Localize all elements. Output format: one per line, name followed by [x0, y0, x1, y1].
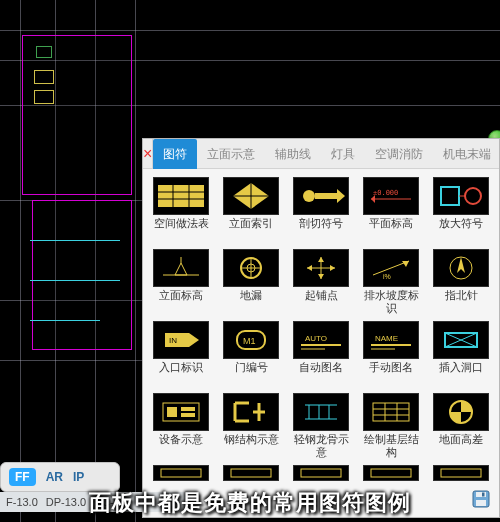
symbol-item[interactable]: 放大符号: [427, 175, 495, 245]
save-icon[interactable]: [470, 488, 492, 510]
symbol-icon: [223, 465, 279, 481]
svg-point-15: [465, 188, 481, 204]
symbol-label: 手动图名: [369, 361, 413, 387]
symbol-item[interactable]: 剖切符号: [287, 175, 355, 245]
symbol-item[interactable]: 设备示意: [147, 391, 215, 461]
symbol-item[interactable]: ±0.000平面标高: [357, 175, 425, 245]
symbol-label: 门编号: [235, 361, 268, 387]
ip-button[interactable]: IP: [73, 470, 84, 484]
svg-text:AUTO: AUTO: [305, 334, 327, 343]
symbol-item[interactable]: 地漏: [217, 247, 285, 317]
opening-icon: [433, 321, 489, 359]
symbol-item[interactable]: 绘制基层结构: [357, 391, 425, 461]
svg-marker-34: [457, 257, 465, 273]
svg-rect-72: [441, 469, 481, 477]
svg-marker-31: [402, 261, 409, 267]
north-icon: [433, 249, 489, 287]
ff-button[interactable]: FF: [9, 468, 36, 486]
symbol-item[interactable]: 起铺点: [287, 247, 355, 317]
symbol-item[interactable]: NAME手动图名: [357, 319, 425, 389]
svg-rect-49: [167, 407, 177, 417]
elev-plan-icon: ±0.000: [363, 177, 419, 215]
symbol-palette-panel: × 图符 立面示意 辅助线 灯具 空调消防 机电末端 + 空间做法表立面索引剖切…: [142, 138, 500, 518]
symbol-item[interactable]: [217, 463, 285, 483]
symbol-label: 设备示意: [159, 433, 203, 459]
svg-rect-50: [181, 407, 195, 411]
detail-icon: [433, 177, 489, 215]
symbol-item[interactable]: 立面标高: [147, 247, 215, 317]
svg-rect-69: [231, 469, 271, 477]
svg-text:IN: IN: [169, 336, 177, 345]
tab-lighting[interactable]: 灯具: [321, 139, 365, 169]
symbol-label: 立面索引: [229, 217, 273, 243]
svg-point-8: [303, 190, 315, 202]
symbol-item[interactable]: IN入口标识: [147, 319, 215, 389]
close-button[interactable]: ×: [143, 139, 153, 169]
symbol-label: 地面高差: [439, 433, 483, 459]
palette-grid: 空间做法表立面索引剖切符号±0.000平面标高放大符号立面标高地漏起铺点i%排水…: [143, 169, 499, 517]
drain-icon: [223, 249, 279, 287]
svg-text:M1: M1: [243, 336, 256, 346]
symbol-label: 起铺点: [305, 289, 338, 315]
svg-marker-27: [318, 274, 324, 279]
section-icon: [293, 177, 349, 215]
symbol-label: 空间做法表: [154, 217, 209, 243]
steel-icon: [223, 393, 279, 431]
symbol-label: 地漏: [240, 289, 262, 315]
symbol-label: 轻钢龙骨示意: [289, 433, 353, 459]
symbol-item[interactable]: [427, 463, 495, 483]
symbol-item[interactable]: [147, 463, 215, 483]
slope-icon: i%: [363, 249, 419, 287]
symbol-label: 立面标高: [159, 289, 203, 315]
symbol-item[interactable]: 空间做法表: [147, 175, 215, 245]
svg-rect-9: [315, 193, 337, 199]
palette-tabstrip: × 图符 立面示意 辅助线 灯具 空调消防 机电末端 +: [143, 139, 499, 169]
svg-rect-68: [161, 469, 201, 477]
subtitle-caption: 面板中都是免费的常用图符图例: [89, 488, 411, 518]
symbol-label: 插入洞口: [439, 361, 483, 387]
symbol-item[interactable]: 轻钢龙骨示意: [287, 391, 355, 461]
start-icon: [293, 249, 349, 287]
tab-symbols[interactable]: 图符: [153, 139, 197, 169]
svg-marker-28: [307, 265, 312, 271]
svg-text:±0.000: ±0.000: [373, 189, 398, 197]
symbol-item[interactable]: 立面索引: [217, 175, 285, 245]
tab-mep[interactable]: 机电末端: [433, 139, 500, 169]
svg-text:NAME: NAME: [375, 334, 398, 343]
symbol-label: 剖切符号: [299, 217, 343, 243]
tab-elevation[interactable]: 立面示意: [197, 139, 265, 169]
manname-icon: NAME: [363, 321, 419, 359]
symbol-item[interactable]: 插入洞口: [427, 319, 495, 389]
symbol-item[interactable]: [357, 463, 425, 483]
svg-text:i%: i%: [383, 273, 391, 280]
dim-label: DP-13.0: [46, 496, 86, 508]
symbol-item[interactable]: AUTO自动图名: [287, 319, 355, 389]
svg-rect-75: [476, 500, 486, 506]
svg-rect-62: [373, 403, 409, 421]
dim-label: F-13.0: [6, 496, 38, 508]
leveldiff-icon: [433, 393, 489, 431]
ar-button[interactable]: AR: [46, 470, 63, 484]
svg-marker-29: [330, 265, 335, 271]
tab-guidelines[interactable]: 辅助线: [265, 139, 321, 169]
symbol-label: 排水坡度标识: [359, 289, 423, 315]
autoname-icon: AUTO: [293, 321, 349, 359]
symbol-label: 平面标高: [369, 217, 413, 243]
symbol-icon: [153, 465, 209, 481]
symbol-item[interactable]: 指北针: [427, 247, 495, 317]
symbol-item[interactable]: 地面高差: [427, 391, 495, 461]
symbol-label: 绘制基层结构: [359, 433, 423, 459]
symbol-label: 自动图名: [299, 361, 343, 387]
symbol-item[interactable]: i%排水坡度标识: [357, 247, 425, 317]
elev-icon: [153, 249, 209, 287]
tab-hvac-fire[interactable]: 空调消防: [365, 139, 433, 169]
svg-marker-10: [337, 189, 345, 203]
svg-rect-76: [482, 493, 485, 497]
symbol-icon: [293, 465, 349, 481]
symbol-item[interactable]: M1门编号: [217, 319, 285, 389]
equip-icon: [153, 393, 209, 431]
symbol-item[interactable]: [287, 463, 355, 483]
symbol-icon: [363, 465, 419, 481]
svg-marker-18: [175, 263, 187, 275]
symbol-item[interactable]: 钢结构示意: [217, 391, 285, 461]
